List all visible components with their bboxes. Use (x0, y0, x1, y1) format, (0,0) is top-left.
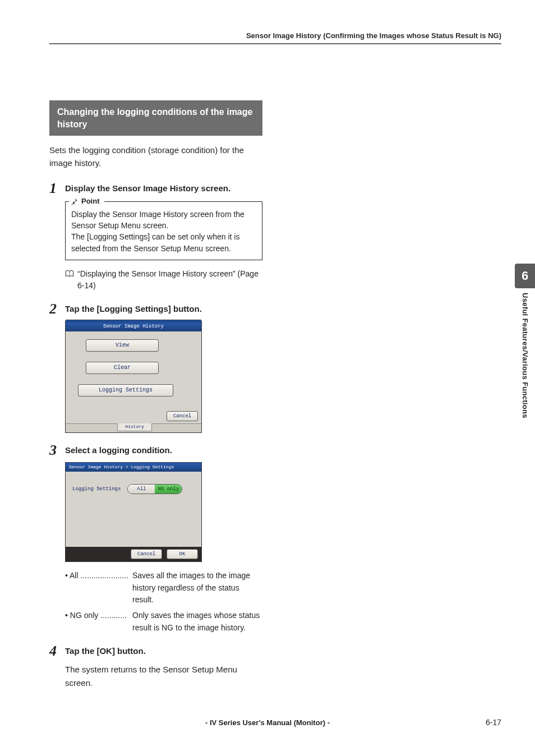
ui-breadcrumb: Sensor Image History > Logging Settings (66, 463, 201, 472)
def-body-all: Saves all the images to the image histor… (132, 570, 262, 606)
cancel-button[interactable]: Cancel (167, 411, 198, 421)
ok-button[interactable]: OK (167, 549, 198, 559)
cancel-button[interactable]: Cancel (131, 549, 162, 559)
ui-screenshot-logging-settings: Sensor Image History > Logging Settings … (65, 462, 202, 562)
running-header: Sensor Image History (Confirming the Ima… (49, 31, 501, 43)
step-number: 1 (49, 181, 65, 196)
point-callout: Point Display the Sensor Image History s… (65, 201, 262, 260)
page-number: 6-17 (486, 718, 501, 727)
book-icon (65, 269, 74, 281)
step-number: 2 (49, 302, 65, 316)
chapter-label: Useful Features/Various Functions (521, 293, 529, 418)
chapter-side-tab: 6 Useful Features/Various Functions (515, 264, 535, 418)
ui-titlebar: Sensor Image History (66, 321, 201, 331)
cross-reference-text: “Displaying the Sensor Image History scr… (77, 268, 262, 292)
toggle-option-all[interactable]: All (128, 485, 155, 494)
def-term-ng-only: • NG only ............ (65, 610, 132, 634)
step-2-title: Tap the [Logging Settings] button. (65, 303, 262, 315)
ui-tabstrip: History (66, 423, 201, 432)
logging-settings-label: Logging Settings (72, 486, 121, 492)
ui-screenshot-history: Sensor Image History View Clear Logging … (65, 321, 202, 433)
footer-title: - IV Series User's Manual (Monitor) - (49, 718, 486, 727)
point-body: Display the Sensor Image History screen … (71, 209, 256, 254)
pin-icon (70, 197, 78, 205)
step-2: 2 Tap the [Logging Settings] button. (49, 303, 262, 316)
point-tab: Point (69, 196, 104, 207)
step-number: 3 (49, 443, 65, 458)
step-3: 3 Select a logging condition. (49, 444, 262, 458)
toggle-option-ng-only[interactable]: NG only (155, 485, 182, 494)
point-label: Point (81, 196, 100, 207)
page-footer: - IV Series User's Manual (Monitor) - 6-… (49, 718, 501, 727)
view-button[interactable]: View (86, 339, 159, 352)
logging-settings-button[interactable]: Logging Settings (78, 384, 173, 397)
def-body-ng-only: Only saves the images whose status resul… (132, 610, 262, 634)
chapter-number: 6 (515, 264, 535, 288)
step-4-body: The system returns to the Sensor Setup M… (65, 663, 262, 689)
header-rule (49, 43, 501, 44)
option-definitions: • All ...................... Saves all t… (65, 570, 262, 634)
clear-button[interactable]: Clear (86, 362, 159, 374)
step-1: 1 Display the Sensor Image History scree… (49, 182, 262, 196)
step-1-title: Display the Sensor Image History screen. (65, 182, 262, 194)
step-4-title: Tap the [OK] button. (65, 645, 262, 657)
def-term-all: • All ...................... (65, 570, 132, 606)
history-tab[interactable]: History (117, 423, 152, 431)
section-title: Changing the logging conditions of the i… (49, 100, 262, 136)
step-4: 4 Tap the [OK] button. (49, 645, 262, 658)
section-intro: Sets the logging condition (storage cond… (49, 144, 262, 170)
logging-condition-toggle[interactable]: All NG only (127, 484, 182, 494)
step-3-title: Select a logging condition. (65, 444, 262, 456)
step-number: 4 (49, 644, 65, 658)
cross-reference: “Displaying the Sensor Image History scr… (65, 268, 262, 292)
